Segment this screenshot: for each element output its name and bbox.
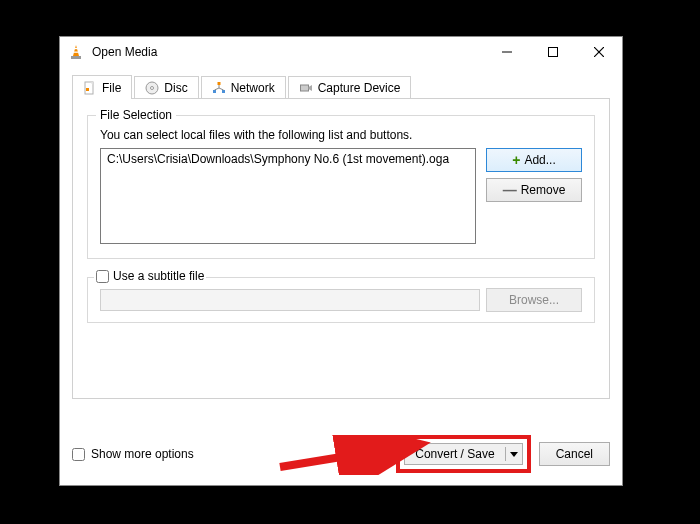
tab-disc[interactable]: Disc	[134, 76, 198, 98]
add-button[interactable]: + Add...	[486, 148, 582, 172]
svg-rect-15	[222, 90, 225, 93]
tabstrip: File Disc Network Capture Device	[72, 75, 610, 99]
window-title: Open Media	[92, 45, 484, 59]
show-more-checkbox[interactable]	[72, 448, 85, 461]
convert-save-button[interactable]: Convert / Save	[404, 443, 522, 465]
convert-save-label: Convert / Save	[405, 447, 505, 461]
capture-icon	[299, 81, 313, 95]
svg-point-12	[151, 86, 154, 89]
minus-icon: —	[503, 183, 517, 197]
vlc-icon	[68, 44, 84, 60]
minimize-button[interactable]	[484, 37, 530, 67]
file-list[interactable]: C:\Users\Crisia\Downloads\Symphony No.6 …	[100, 148, 476, 244]
svg-marker-21	[510, 452, 518, 457]
disc-icon	[145, 81, 159, 95]
network-icon	[212, 81, 226, 95]
cancel-button[interactable]: Cancel	[539, 442, 610, 466]
svg-line-17	[214, 88, 219, 90]
tab-label: Disc	[164, 81, 187, 95]
subtitle-path-input	[100, 289, 480, 311]
use-subtitle-checkbox[interactable]	[96, 270, 109, 283]
file-selection-legend: File Selection	[96, 108, 176, 122]
tab-panel-file: File Selection You can select local file…	[72, 99, 610, 399]
show-more-label: Show more options	[91, 447, 194, 461]
client-area: File Disc Network Capture Device	[60, 67, 622, 409]
plus-icon: +	[512, 153, 520, 167]
subtitle-group: Use a subtitle file Browse...	[87, 277, 595, 323]
browse-label: Browse...	[509, 293, 559, 307]
file-list-item[interactable]: C:\Users\Crisia\Downloads\Symphony No.6 …	[105, 151, 471, 167]
file-selection-hint: You can select local files with the foll…	[100, 128, 582, 142]
svg-line-18	[219, 88, 224, 90]
svg-rect-2	[74, 48, 78, 49]
tab-capture-device[interactable]: Capture Device	[288, 76, 412, 98]
svg-rect-5	[549, 48, 558, 57]
svg-rect-3	[74, 52, 79, 53]
svg-rect-14	[213, 90, 216, 93]
tab-network[interactable]: Network	[201, 76, 286, 98]
maximize-button[interactable]	[530, 37, 576, 67]
svg-rect-19	[300, 85, 308, 91]
svg-marker-0	[73, 45, 79, 56]
show-more-options[interactable]: Show more options	[72, 447, 194, 461]
remove-button[interactable]: — Remove	[486, 178, 582, 202]
convert-save-dropdown[interactable]	[506, 450, 522, 458]
open-media-window: Open Media File	[59, 36, 623, 486]
add-label: Add...	[524, 153, 555, 167]
close-button[interactable]	[576, 37, 622, 67]
tab-label: Capture Device	[318, 81, 401, 95]
browse-button: Browse...	[486, 288, 582, 312]
svg-rect-13	[217, 82, 220, 85]
tab-label: File	[102, 81, 121, 95]
tab-file[interactable]: File	[72, 75, 132, 99]
svg-marker-20	[308, 85, 312, 91]
svg-rect-10	[86, 88, 89, 91]
svg-rect-1	[71, 56, 81, 59]
tab-label: Network	[231, 81, 275, 95]
footer: Show more options Convert / Save Cancel	[72, 435, 610, 473]
file-icon	[83, 81, 97, 95]
convert-save-highlight: Convert / Save	[396, 435, 530, 473]
titlebar: Open Media	[60, 37, 622, 67]
window-controls	[484, 37, 622, 67]
cancel-label: Cancel	[556, 447, 593, 461]
remove-label: Remove	[521, 183, 566, 197]
file-selection-group: File Selection You can select local file…	[87, 115, 595, 259]
use-subtitle-label: Use a subtitle file	[113, 269, 204, 283]
